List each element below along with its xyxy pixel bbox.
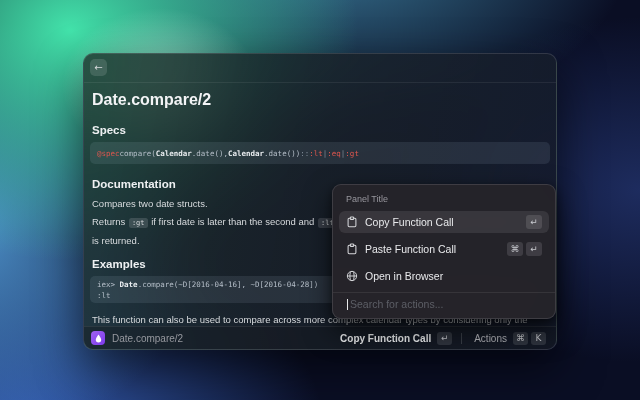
action-panel-title: Panel Title: [346, 194, 542, 204]
drop-icon: [94, 333, 103, 344]
back-button[interactable]: ←: [90, 59, 107, 76]
primary-action-button[interactable]: Copy Function Call ↵: [340, 332, 452, 345]
key-badge: ⌘: [507, 242, 523, 256]
action-item-label: Open in Browser: [365, 270, 443, 282]
context-label: Date.compare/2: [112, 333, 183, 344]
window-header: ←: [84, 54, 556, 83]
globe-icon: [346, 270, 358, 282]
page-title: Date.compare/2: [92, 90, 211, 110]
primary-action-label: Copy Function Call: [340, 333, 431, 344]
bottom-bar-divider: [461, 333, 462, 344]
key-badge: ↵: [526, 242, 542, 256]
search-placeholder: Search for actions...: [350, 298, 443, 310]
key-badge: K: [531, 332, 546, 345]
spec-code-block: @spec compare(Calendar.date(), Calendar.…: [90, 142, 550, 164]
text-caret: [347, 299, 348, 310]
actions-search-input[interactable]: Search for actions...: [339, 293, 549, 315]
key-badge: ⌘: [513, 332, 528, 345]
action-item-paste-function-call[interactable]: Paste Function Call⌘↵: [339, 238, 549, 260]
action-item-copy-function-call[interactable]: Copy Function Call↵: [339, 211, 549, 233]
actions-button[interactable]: Actions ⌘K: [471, 330, 549, 347]
enter-key-badge: ↵: [437, 332, 452, 345]
back-arrow-icon: ←: [94, 62, 102, 73]
specs-heading: Specs: [92, 123, 126, 137]
actions-label: Actions: [474, 333, 507, 344]
action-item-label: Paste Function Call: [365, 243, 456, 255]
clipboard-icon: [346, 243, 358, 255]
action-panel: Panel Title Copy Function Call↵Paste Fun…: [332, 184, 556, 319]
action-item-open-in-browser[interactable]: Open in Browser: [339, 265, 549, 287]
bottom-bar-context: Date.compare/2: [91, 331, 183, 345]
action-item-label: Copy Function Call: [365, 216, 454, 228]
clipboard-icon: [346, 216, 358, 228]
documentation-heading: Documentation: [92, 177, 176, 191]
screen: ← Date.compare/2 Specs @spec compare(Cal…: [0, 0, 640, 400]
inline-code: :gt: [129, 218, 148, 228]
examples-heading: Examples: [92, 257, 146, 271]
key-badge: ↵: [526, 215, 542, 229]
bottom-bar: Date.compare/2 Copy Function Call ↵ Acti…: [84, 326, 556, 349]
elixir-extension-icon: [91, 331, 105, 345]
